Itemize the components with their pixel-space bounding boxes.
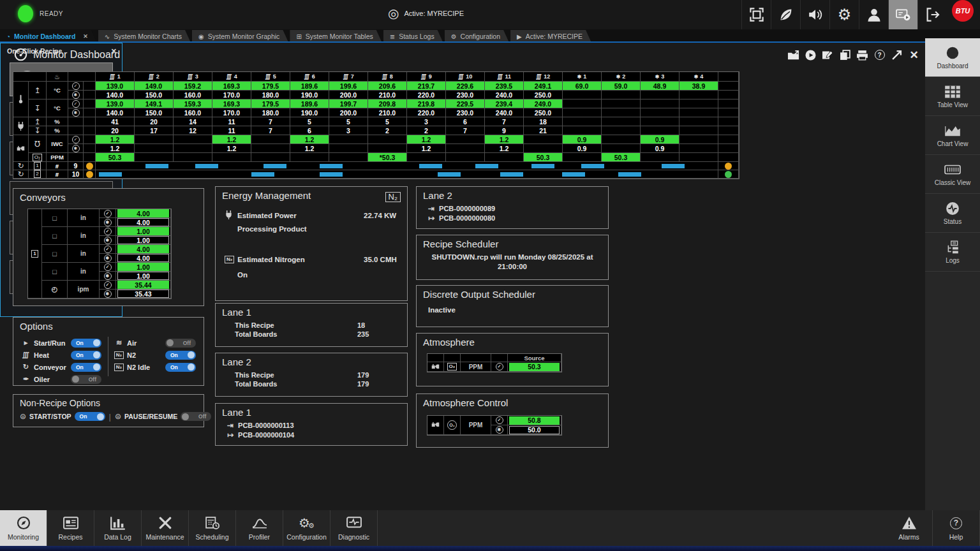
temp_top_sp-zone-15 [641, 91, 679, 99]
volume-icon[interactable] [800, 0, 829, 29]
temp_bot_sp-zone-1: 140.0 [96, 108, 135, 117]
eco-leaf-icon[interactable] [771, 0, 800, 29]
user-icon[interactable] [859, 0, 888, 29]
tab-close-icon[interactable]: ✕ [83, 33, 88, 40]
temp_bot_sp-zone-9: 220.0 [407, 108, 446, 117]
power_bot-zone-8: 2 [368, 126, 407, 135]
toggle-on[interactable]: On [71, 339, 101, 348]
setpoint-icon: ✱ [100, 272, 116, 281]
toggle-on[interactable]: On [165, 351, 196, 360]
cool-zone-header-2: ❄2 [602, 72, 641, 82]
empty-cell [491, 354, 508, 362]
sidebar-item-classic-view[interactable]: Classic View [925, 155, 980, 194]
temp_top_sp-zone-6: 190.0 [290, 91, 329, 99]
close-button[interactable]: ✕ [905, 47, 923, 63]
nav-monitoring[interactable]: Monitoring [0, 510, 47, 546]
unit-label: ipm [68, 281, 100, 298]
check-icon: ✓ [100, 245, 116, 254]
sidebar-item-status[interactable]: Status [925, 194, 980, 233]
open-recipe-button[interactable] [785, 47, 802, 63]
temp_top_sp-zone-2: 150.0 [135, 91, 174, 99]
iwc_sp-zone-15: 0.9 [641, 144, 679, 153]
copy-recipe-button[interactable] [836, 47, 854, 63]
toggle-off[interactable]: Off [181, 412, 211, 421]
conveyor-1-icon: 1 [28, 209, 42, 298]
power_bot-zone-7: 3 [329, 126, 368, 135]
conveyor-1-speed: 9 [68, 162, 84, 170]
nav-scheduling[interactable]: Scheduling [189, 510, 236, 546]
toggle-on[interactable]: On [75, 412, 105, 421]
power_top-zone-8: 5 [368, 117, 407, 126]
sidebar-item-chart-view[interactable]: Chart View [925, 116, 980, 155]
nav-data-log[interactable]: Data Log [94, 510, 142, 546]
toggle-off[interactable]: Off [71, 375, 101, 384]
arrow-bottom-icon: ↧ [34, 126, 40, 135]
nav-configuration[interactable]: ⚙⚙Configuration [283, 510, 330, 546]
setpoint-icon: ✱ [100, 218, 116, 227]
temp_top_sp-zone-4: 170.0 [212, 91, 251, 99]
nav-alarms[interactable]: Alarms [886, 510, 933, 546]
gas-pump-icon [427, 362, 444, 372]
discrete-scheduler-panel: Discrete Output Scheduler Inactive [416, 285, 609, 327]
options-panel: Options ▸Start/RunOn∭HeatOn↻ConveyorOn✒O… [13, 317, 204, 386]
nav-diagnostic[interactable]: Diagnostic [330, 510, 378, 546]
settings-gear-icon[interactable]: ⚙ [829, 0, 859, 29]
sidebar-item-logs[interactable]: Logs [925, 233, 980, 272]
setpoint-icon: ✱ [491, 425, 508, 435]
expand-button[interactable] [888, 47, 905, 63]
edit-recipe-button[interactable] [819, 47, 836, 63]
board-bar [531, 164, 554, 168]
iwc_pv-zone-1: 1.2 [96, 135, 135, 144]
board-out-icon: ↦ [428, 213, 434, 223]
conveyor-status-dot [725, 171, 732, 178]
logout-icon[interactable] [917, 0, 947, 29]
iwc_pv-zone-2 [135, 135, 174, 144]
tab-configuration[interactable]: ⚙Configuration [445, 30, 509, 43]
nav-profiler[interactable]: Profiler [236, 510, 283, 546]
nav-item-label: Scheduling [196, 533, 229, 541]
iwc_pv-zone-11: 1.2 [485, 135, 524, 144]
iwc_sp-zone-7 [329, 144, 368, 153]
one-click-recipe-icon[interactable] [888, 0, 917, 29]
nav-recipes[interactable]: Recipes [47, 510, 94, 546]
toggle-off[interactable]: Off [165, 339, 196, 348]
conveyor-loop-icon: ↻ [17, 170, 24, 179]
tab-system-monitor-charts[interactable]: ∿System Monitor Charts [98, 30, 191, 43]
spacer-cell [84, 135, 96, 144]
nav-maintenance[interactable]: Maintenance [142, 510, 189, 546]
conveyor-sp-value: 4.00 [116, 254, 171, 263]
tab-system-monitor-graphic[interactable]: ◉System Monitor Graphic [192, 30, 288, 43]
option-label: PAUSE/RESUME [124, 413, 177, 420]
help-button[interactable]: ? [871, 47, 888, 63]
tab-monitor-dashboard[interactable]: ◔Monitor Dashboard✕ [0, 30, 97, 43]
temp_top_pv-zone-15: 48.9 [641, 82, 679, 91]
temp_bot_sp-zone-4: 170.0 [212, 108, 251, 117]
ppm-zone-14: 50.3 [602, 153, 641, 162]
pause-resume-icon: ⊜ [115, 412, 121, 421]
tab-system-monitor-tables[interactable]: ⊞System Monitor Tables [290, 30, 382, 43]
sidebar-item-label: Table View [937, 101, 968, 108]
tab-status-logs[interactable]: ≣Status Logs [383, 30, 443, 43]
run-recipe-button[interactable] [802, 47, 819, 63]
ready-lamp-icon [18, 5, 33, 22]
toggle-on[interactable]: On [71, 363, 101, 372]
heat-zone-icon: ∭ [187, 73, 193, 80]
tab-bar: ◔Monitor Dashboard✕∿System Monitor Chart… [0, 29, 980, 43]
n2-idle-icon: N₂ [114, 364, 124, 371]
tab-active-myrecipe[interactable]: ▶Active: MYRECIPE [510, 30, 591, 43]
window-scale-icon[interactable] [741, 0, 771, 29]
sidebar-item-table-view[interactable]: Table View [925, 77, 980, 116]
iwc_sp-zone-4: 1.2 [212, 144, 251, 153]
n2-icon: N₂ [114, 351, 124, 359]
sidebar-item-dashboard[interactable]: Dashboard [925, 38, 980, 77]
non-recipe-item: ⊜START/STOPOn [20, 412, 105, 421]
nav-item-label: Maintenance [145, 533, 184, 541]
temp_bot_pv-zone-11: 239.4 [485, 99, 524, 108]
toggle-on[interactable]: On [71, 351, 101, 360]
header-spacer [68, 72, 96, 82]
toggle-on[interactable]: On [165, 363, 196, 372]
nav-help[interactable]: ?Help [933, 510, 980, 546]
pcb-out-row: ↦PCB-0000000104 [227, 430, 294, 440]
print-button[interactable] [854, 47, 871, 63]
tab-label: System Monitor Tables [306, 33, 373, 40]
